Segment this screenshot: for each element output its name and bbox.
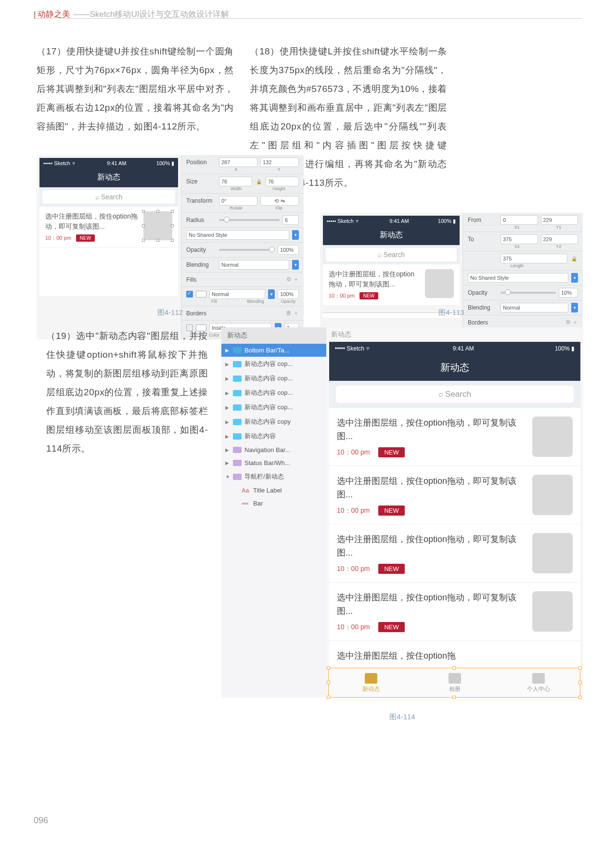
paragraph-17: （17）使用快捷键U并按住shift键绘制一个圆角矩形，尺寸为76px×76px… — [37, 42, 234, 136]
flip-buttons[interactable]: ⟲ ⇋ — [260, 196, 299, 206]
content-thumb — [532, 533, 573, 573]
battery-icon: ▮ — [571, 345, 575, 352]
to-x-input[interactable]: 375 — [500, 234, 538, 244]
folder-icon — [233, 347, 242, 353]
paragraph-19: （19）选中"新动态内容"图层组，并按住快捷键option+shift将鼠标按下… — [46, 327, 208, 458]
list-item: 选中注册图层组，按住option拖动，即可复制该图...10：00 pmNEW — [329, 466, 580, 524]
battery-icon: ▮ — [453, 218, 456, 224]
opacity-input[interactable]: 100% — [278, 245, 299, 255]
list-item: 选中注册图层组，按住option拖 — [329, 641, 580, 668]
pos-y-input[interactable]: 132 — [260, 157, 299, 167]
from-y-input[interactable]: 229 — [541, 215, 578, 225]
text-layer-icon: Aa — [242, 487, 250, 494]
selection-outline — [328, 668, 580, 698]
caption-4-112: 图4-112 — [37, 308, 304, 317]
folder-icon — [233, 433, 242, 440]
radius-slider[interactable] — [219, 219, 280, 221]
caption-4-114: 图4-114 — [221, 713, 583, 722]
status-bar: ••••• Sketch ᯤ 9:41 AM 100% ▮ — [323, 216, 460, 226]
layer-row[interactable]: ▶新动态内容 copy — [221, 415, 326, 429]
to-y-input[interactable]: 229 — [541, 234, 578, 244]
shared-style-dropdown[interactable]: No Shared Style — [186, 230, 289, 240]
page-number: 096 — [34, 816, 48, 826]
length-input[interactable]: 375 — [500, 254, 567, 263]
pos-x-input[interactable]: 287 — [219, 157, 257, 167]
artboard-label: 新动态 — [326, 327, 583, 342]
opacity-input[interactable]: 10% — [559, 288, 578, 298]
radius-input[interactable]: 6 — [282, 215, 299, 225]
opacity-slider[interactable] — [500, 292, 556, 294]
layer-row-title-label[interactable]: AaTitle Label — [221, 484, 326, 497]
search-icon: ⌕ — [378, 251, 382, 259]
search-icon: ⌕ — [438, 389, 443, 399]
layer-row[interactable]: ▶新动态内容 — [221, 429, 326, 443]
folder-icon — [233, 404, 242, 411]
battery-icon: ▮ — [171, 160, 174, 166]
lock-icon: 🔒 — [570, 256, 578, 261]
layer-row[interactable]: ▶Status Bar/Wh... — [221, 456, 326, 469]
caption-4-113: 图4-113 — [320, 308, 583, 317]
list-item: 选中注册图层组，按住option拖动，即可复制该图... 10：00 pmNEW — [323, 264, 460, 306]
shared-style-dropdown[interactable]: No Shared Style — [468, 273, 568, 283]
rect-layer-icon — [242, 503, 250, 505]
fill-color-swatch[interactable] — [196, 291, 206, 298]
folder-icon — [233, 390, 242, 396]
content-thumb — [532, 416, 573, 457]
layer-row[interactable]: ▶新动态内容 cop... — [221, 386, 326, 400]
lock-icon: 🔒 — [255, 179, 263, 184]
wifi-icon: ᯤ — [72, 160, 77, 166]
fill-opacity-input[interactable]: 100% — [278, 289, 299, 299]
rotate-input[interactable]: 0° — [219, 196, 257, 206]
search-icon: ⌕ — [95, 193, 99, 201]
status-bar: ••••• Sketch ᯤ 9:41 AM 100% ▮ — [329, 342, 580, 355]
artboard-canvas: 新动态 ••••• Sketch ᯤ 9:41 AM 100% ▮ 新动态 ⌕S… — [326, 327, 583, 698]
layer-row[interactable]: ▶新动态内容 cop... — [221, 400, 326, 415]
layer-row[interactable]: ▶新动态内容 cop... — [221, 371, 326, 386]
nav-title: 新动态 — [329, 355, 580, 381]
layer-row-bar[interactable]: Bar — [221, 497, 326, 510]
list-item: 选中注册图层组，按住option拖动，即可复制该图...10：00 pmNEW — [329, 583, 580, 641]
list-item: 选中注册图层组，按住option拖动，即可复制该图... 10：00 pmNEW — [39, 207, 178, 248]
borders-gear-icon[interactable]: ⚙ ＋ — [565, 318, 578, 326]
opacity-slider[interactable] — [219, 249, 275, 251]
fill-checkbox[interactable] — [186, 291, 193, 298]
list-item: 选中注册图层组，按住option拖动，即可复制该图...10：00 pmNEW — [329, 408, 580, 466]
content-thumb — [532, 475, 573, 515]
layer-row[interactable]: ▶新动态内容 cop... — [221, 357, 326, 371]
layer-row[interactable]: ▶Navigation Bar... — [221, 443, 326, 456]
list-item: 选中注册图层组，按住option拖动，即可复制该图...10：00 pmNEW — [329, 524, 580, 583]
search-bar[interactable]: ⌕Search — [39, 187, 178, 207]
content-thumb — [532, 591, 573, 632]
folder-icon — [233, 361, 242, 367]
layer-panel: 新动态 ▶Bottom Bar/Ta...▶新动态内容 cop...▶新动态内容… — [221, 327, 326, 698]
layer-panel-header: 新动态 — [221, 327, 326, 344]
content-thumb — [425, 269, 454, 298]
content-thumb-selected[interactable] — [143, 211, 172, 240]
search-bar[interactable]: ⌕Search — [323, 245, 460, 264]
nav-title: 新动态 — [39, 169, 178, 187]
layer-row[interactable]: ▶Bottom Bar/Ta... — [221, 344, 326, 357]
blending-dropdown[interactable]: Normal — [219, 260, 289, 270]
folder-icon — [233, 474, 242, 480]
folder-icon — [233, 460, 242, 466]
wifi-icon: ᯤ — [366, 345, 372, 352]
figure-4-114: 新动态 ▶Bottom Bar/Ta...▶新动态内容 cop...▶新动态内容… — [221, 327, 583, 698]
search-bar[interactable]: ⌕Search — [329, 381, 580, 408]
from-x-input[interactable]: 0 — [500, 215, 538, 225]
folder-icon — [233, 419, 242, 425]
status-bar: ••••• Sketch ᯤ 9:41 AM 100% ▮ — [39, 158, 178, 169]
layer-row-expanded[interactable]: ▼导航栏/新动态 — [221, 469, 326, 484]
height-input[interactable]: 76 — [266, 177, 299, 186]
fill-blend-dropdown[interactable]: Normal — [209, 289, 265, 299]
fills-gear-icon[interactable]: ⚙ ＋ — [286, 275, 299, 284]
wifi-icon: ᯤ — [355, 218, 360, 224]
folder-icon — [233, 447, 242, 453]
header-rule — [34, 18, 582, 19]
folder-icon — [233, 376, 242, 382]
width-input[interactable]: 76 — [219, 177, 252, 186]
nav-title: 新动态 — [323, 226, 460, 245]
